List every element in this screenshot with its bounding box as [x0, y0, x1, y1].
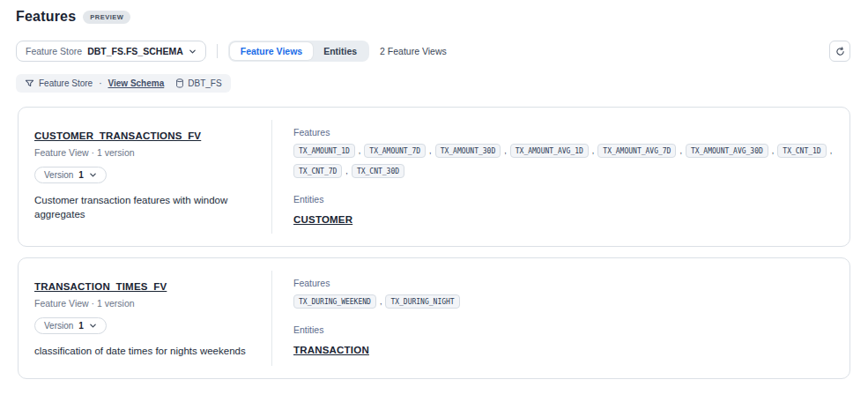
toolbar-divider	[217, 44, 218, 58]
chip-separator: ,	[504, 146, 507, 155]
card-details: Features TX_DURING_WEEKEND,TX_DURING_NIG…	[272, 271, 849, 366]
chip-separator: ,	[359, 146, 361, 155]
features-section-label: Features	[293, 127, 835, 138]
feature-view-description: classification of date times for nights …	[34, 345, 254, 359]
view-schema-link[interactable]: View Schema	[108, 78, 165, 88]
card-summary: CUSTOMER_TRANSACTIONS_FV Feature View · …	[19, 120, 272, 234]
version-label: Version	[44, 170, 73, 180]
chip-separator: ,	[592, 146, 595, 155]
features-page: Features PREVIEW Feature Store DBT_FS.FS…	[0, 0, 868, 379]
breadcrumb-row: Feature Store · View Schema DBT_FS	[16, 74, 850, 93]
breadcrumb-database-name: DBT_FS	[188, 78, 221, 88]
preview-badge: PREVIEW	[83, 11, 130, 24]
version-value: 1	[78, 170, 84, 180]
chip-separator: ,	[380, 297, 382, 306]
feature-chip-list: TX_AMOUNT_1D,TX_AMOUNT_7D,TX_AMOUNT_30D,…	[293, 144, 835, 178]
page-header: Features PREVIEW	[16, 9, 850, 25]
version-label: Version	[44, 321, 73, 331]
feature-view-card: CUSTOMER_TRANSACTIONS_FV Feature View · …	[18, 107, 850, 247]
entity-link[interactable]: TRANSACTION	[293, 345, 369, 355]
toolbar: Feature Store DBT_FS.FS_SCHEMA Feature V…	[16, 41, 850, 62]
version-value: 1	[78, 321, 84, 331]
view-segmented-control: Feature Views Entities	[228, 41, 369, 62]
feature-view-subtitle: Feature View · 1 version	[34, 298, 254, 309]
chip-separator: ,	[679, 146, 682, 155]
feature-store-dropdown-value: DBT_FS.FS_SCHEMA	[87, 46, 183, 56]
feature-view-link[interactable]: TRANSACTION_TIMES_FV	[34, 281, 167, 292]
feature-store-dropdown[interactable]: Feature Store DBT_FS.FS_SCHEMA	[16, 41, 206, 62]
refresh-icon	[835, 47, 845, 56]
feature-chip-list: TX_DURING_WEEKEND,TX_DURING_NIGHT	[293, 294, 835, 309]
feature-chip: TX_AMOUNT_30D	[435, 144, 501, 158]
tab-feature-views[interactable]: Feature Views	[230, 42, 313, 60]
feature-chip: TX_DURING_NIGHT	[385, 294, 459, 309]
feature-chip: TX_CNT_30D	[352, 164, 404, 178]
page-title: Features	[16, 9, 76, 25]
entities-section-label: Entities	[293, 194, 835, 205]
version-dropdown[interactable]: Version 1	[34, 317, 107, 334]
feature-views-count: 2 Feature Views	[380, 46, 447, 56]
feature-store-icon	[25, 78, 34, 88]
feature-chip: TX_DURING_WEEKEND	[293, 294, 376, 309]
feature-view-card: TRANSACTION_TIMES_FV Feature View · 1 ve…	[18, 257, 850, 379]
feature-chip: TX_CNT_1D	[777, 144, 826, 158]
breadcrumb-separator: ·	[99, 78, 101, 88]
entities-section-label: Entities	[293, 324, 835, 335]
card-summary: TRANSACTION_TIMES_FV Feature View · 1 ve…	[19, 271, 272, 366]
database-icon	[175, 78, 184, 88]
card-details: Features TX_AMOUNT_1D,TX_AMOUNT_7D,TX_AM…	[272, 120, 849, 234]
chevron-down-icon	[89, 171, 97, 179]
breadcrumb-store-label: Feature Store	[39, 78, 93, 88]
feature-chip: TX_CNT_7D	[293, 164, 342, 178]
feature-view-subtitle: Feature View · 1 version	[34, 147, 254, 158]
entity-link[interactable]: CUSTOMER	[293, 214, 352, 225]
feature-chip: TX_AMOUNT_7D	[364, 144, 426, 158]
feature-chip: TX_AMOUNT_AVG_30D	[686, 144, 768, 158]
features-section-label: Features	[293, 278, 835, 288]
feature-store-dropdown-label: Feature Store	[26, 46, 82, 56]
chevron-down-icon	[189, 48, 197, 56]
refresh-button[interactable]	[829, 41, 850, 62]
feature-chip: TX_AMOUNT_AVG_1D	[510, 144, 589, 158]
feature-chip: TX_AMOUNT_1D	[293, 144, 355, 158]
feature-view-link[interactable]: CUSTOMER_TRANSACTIONS_FV	[34, 130, 201, 141]
chip-separator: ,	[772, 146, 775, 155]
breadcrumb: Feature Store · View Schema DBT_FS	[16, 74, 231, 93]
chip-separator: ,	[830, 146, 833, 155]
tab-entities[interactable]: Entities	[313, 42, 367, 60]
feature-view-description: Customer transaction features with windo…	[34, 194, 254, 221]
chip-separator: ,	[345, 167, 348, 175]
feature-chip: TX_AMOUNT_AVG_7D	[597, 144, 676, 158]
version-dropdown[interactable]: Version 1	[34, 167, 107, 183]
chevron-down-icon	[89, 322, 97, 330]
chip-separator: ,	[429, 146, 432, 155]
